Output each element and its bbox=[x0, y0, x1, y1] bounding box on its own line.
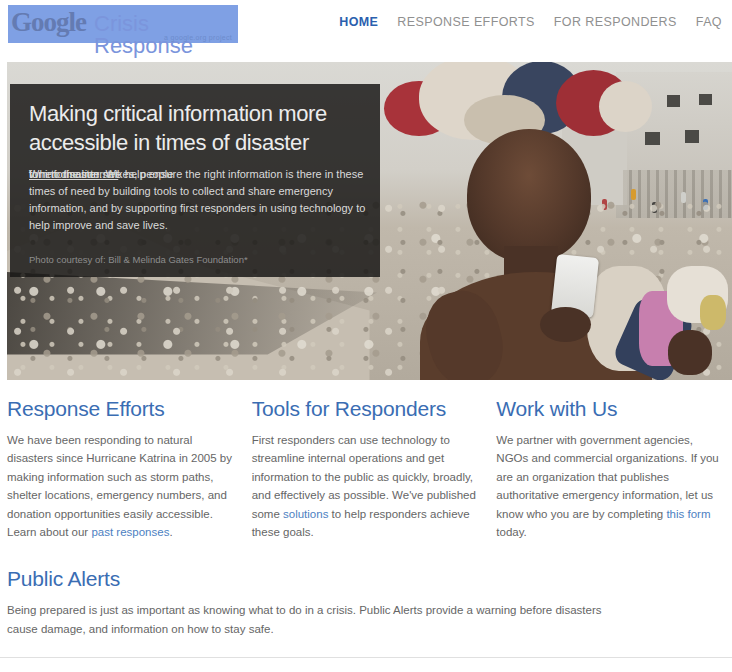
column-title: Tools for Responders bbox=[252, 397, 479, 421]
column-text-span: today. bbox=[496, 526, 526, 538]
this-form-link[interactable]: this form bbox=[666, 508, 710, 520]
hero-paragraph-text: for information. We help ensure the righ… bbox=[29, 166, 380, 234]
main-nav: HOME RESPONSE EFFORTS FOR RESPONDERS FAQ bbox=[339, 15, 722, 29]
hero-heading: Making critical information more accessi… bbox=[29, 99, 361, 157]
hero-photo-window bbox=[667, 95, 680, 106]
hero-photo-woman-hand bbox=[668, 330, 712, 376]
latest-news-bar: LATEST NEWS: Expanding Public Alerts in … bbox=[0, 657, 732, 672]
public-alerts-text: Being prepared is just as important as k… bbox=[7, 601, 617, 638]
column-tools-for-responders: Tools for Responders First responders ca… bbox=[252, 397, 479, 541]
column-text-span: . bbox=[169, 526, 172, 538]
logo-subtitle: a google.org project bbox=[164, 34, 232, 41]
hero-photo: Making critical information more accessi… bbox=[7, 62, 732, 380]
column-title: Work with Us bbox=[496, 397, 723, 421]
logo[interactable]: Google Crisis Response a google.org proj… bbox=[8, 5, 238, 43]
hero-photo-woman-face bbox=[467, 129, 590, 263]
nav-response-efforts[interactable]: RESPONSE EFFORTS bbox=[397, 15, 534, 29]
column-response-efforts: Response Efforts We have been responding… bbox=[7, 397, 234, 541]
photo-credit: Photo courtesy of: Bill & Melinda Gates … bbox=[29, 254, 248, 265]
hero-photo-cloth bbox=[599, 81, 653, 133]
column-text: We partner with government agencies, NGO… bbox=[496, 431, 723, 541]
column-text: We have been responding to natural disas… bbox=[7, 431, 234, 541]
hero-photo-woman-hand bbox=[540, 307, 591, 342]
column-text-span: We have been responding to natural disas… bbox=[7, 434, 232, 538]
header: Google Crisis Response a google.org proj… bbox=[0, 0, 732, 62]
nav-home[interactable]: HOME bbox=[339, 15, 378, 29]
nav-for-responders[interactable]: FOR RESPONDERS bbox=[554, 15, 677, 29]
hero-photo-window bbox=[699, 94, 712, 105]
hero-text-panel: Making critical information more accessi… bbox=[10, 84, 380, 277]
public-alerts-section: Public Alerts Being prepared is just as … bbox=[7, 567, 723, 638]
solutions-link[interactable]: solutions bbox=[283, 508, 328, 520]
column-text: First responders can use technology to s… bbox=[252, 431, 479, 541]
column-title: Response Efforts bbox=[7, 397, 234, 421]
feature-columns: Response Efforts We have been responding… bbox=[7, 397, 723, 541]
hero-photo-bag bbox=[587, 266, 732, 380]
logo-google-text: Google bbox=[11, 9, 86, 36]
hero-photo-window bbox=[685, 130, 700, 143]
nav-faq[interactable]: FAQ bbox=[696, 15, 722, 29]
public-alerts-title: Public Alerts bbox=[7, 567, 723, 591]
hero-photo-cloth bbox=[700, 295, 726, 329]
past-responses-link[interactable]: past responses bbox=[91, 526, 169, 538]
column-work-with-us: Work with Us We partner with government … bbox=[496, 397, 723, 541]
